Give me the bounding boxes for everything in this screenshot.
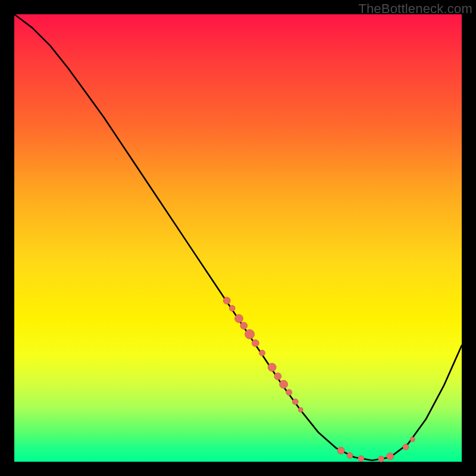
watermark-text: TheBottleneck.com [358, 1, 472, 17]
data-marker [245, 330, 255, 339]
data-marker [387, 453, 394, 460]
data-marker [280, 380, 288, 389]
data-marker [403, 444, 409, 450]
data-marker [358, 456, 364, 462]
data-markers [223, 297, 415, 462]
bottleneck-curve [14, 14, 462, 461]
data-marker [274, 372, 281, 380]
data-marker [292, 399, 298, 405]
data-marker [298, 408, 303, 412]
data-marker [223, 297, 230, 304]
data-marker [268, 363, 276, 371]
chart-svg [14, 14, 462, 462]
chart-frame: TheBottleneck.com [0, 0, 476, 476]
data-marker [259, 350, 265, 356]
data-marker [229, 305, 235, 311]
plot-area [14, 14, 462, 462]
data-marker [235, 314, 243, 322]
data-marker [286, 389, 292, 395]
data-marker [410, 437, 415, 441]
data-marker [378, 456, 384, 462]
data-marker [347, 453, 353, 459]
data-marker [252, 340, 259, 347]
data-marker [240, 322, 248, 329]
data-marker [337, 447, 345, 454]
